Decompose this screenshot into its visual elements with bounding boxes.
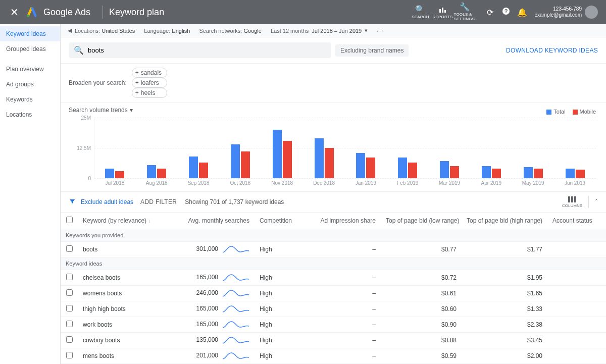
date-range-picker[interactable]: Last 12 months Jul 2018 – Jun 2019 ▾ ‹ › [271, 27, 384, 34]
sidebar-item-keyword-ideas[interactable]: Keyword ideas [0, 26, 60, 41]
cell-bid-high: $3.45 [462, 333, 547, 348]
keyword-search-input[interactable] [88, 46, 326, 54]
account-switcher[interactable]: 123-456-789 example@gmail.com [534, 6, 598, 19]
exclusion-chip[interactable]: Excluding brand names [335, 44, 409, 57]
language-filter[interactable]: Language: English [144, 28, 190, 34]
table-row[interactable]: womens boots246,000High–$0.61$1.65 [61, 286, 606, 301]
header-tool-search[interactable]: 🔍 SEARCH [409, 6, 431, 19]
col-ad-impression-share[interactable]: Ad impression share [310, 213, 381, 229]
download-keyword-ideas-button[interactable]: DOWNLOAD KEYWORD IDEAS [506, 47, 598, 54]
cell-avg-searches: 246,000 [174, 286, 255, 301]
chart-month[interactable]: Feb 2019 [387, 118, 429, 178]
plus-icon: + [135, 69, 139, 76]
broaden-pill-loafers[interactable]: +loafers [132, 78, 167, 88]
networks-filter[interactable]: Search networks: Google [199, 28, 262, 34]
header-divider [103, 6, 103, 19]
chart-month[interactable]: Jul 2018 [94, 118, 136, 178]
cell-ad-share: – [310, 270, 381, 286]
cell-bid-low: $0.90 [381, 317, 462, 333]
header-tool-settings[interactable]: 🔧 TOOLS & SETTINGS [453, 3, 476, 21]
bar-mobile [157, 169, 166, 178]
table-row[interactable]: work boots165,000High–$0.90$2.38 [61, 317, 606, 333]
col-competition[interactable]: Competition [255, 213, 310, 229]
chevron-down-icon: ▾ [130, 107, 133, 114]
row-checkbox[interactable] [66, 321, 73, 327]
locations-filter[interactable]: Locations: United States [75, 28, 135, 34]
bar-total [482, 166, 491, 178]
notifications-button[interactable]: 🔔 [514, 8, 530, 17]
bar-total [273, 130, 282, 178]
close-icon[interactable]: ✕ [8, 6, 20, 18]
header-tool-reports[interactable]: REPORTS [431, 6, 453, 19]
row-checkbox[interactable] [66, 274, 73, 280]
cell-keyword: mens boots [78, 348, 174, 364]
chart-month[interactable]: Apr 2019 [470, 118, 512, 178]
col-bid-low[interactable]: Top of page bid (low range) [381, 213, 462, 229]
legend-mobile[interactable]: Mobile [573, 109, 596, 115]
avatar[interactable] [585, 6, 598, 19]
table-row[interactable]: chelsea boots165,000High–$0.72$1.95 [61, 270, 606, 286]
svg-rect-1 [439, 9, 441, 13]
row-checkbox[interactable] [66, 305, 73, 311]
col-account-status[interactable]: Account status [547, 213, 606, 229]
sidebar-item-grouped-ideas[interactable]: Grouped ideas [0, 41, 60, 57]
chart-month[interactable]: Nov 2018 [261, 118, 303, 178]
bar-mobile [115, 171, 124, 178]
row-checkbox[interactable] [66, 336, 73, 343]
chart-month[interactable]: Jan 2019 [345, 118, 387, 178]
broaden-pill-sandals[interactable]: +sandals [132, 68, 167, 78]
row-checkbox[interactable] [66, 352, 73, 358]
sidebar-item-ad-groups[interactable]: Ad groups [0, 77, 60, 92]
cell-ad-share: – [310, 286, 381, 301]
row-checkbox[interactable] [66, 289, 73, 296]
chart-month[interactable]: Sep 2018 [178, 118, 220, 178]
col-avg-searches[interactable]: Avg. monthly searches [174, 213, 255, 229]
collapse-chart-button[interactable]: ˄ [595, 198, 598, 205]
sort-down-icon: ↓ [148, 218, 150, 224]
y-tick-label: 25M [81, 115, 91, 121]
columns-button[interactable]: COLUMNS [562, 196, 582, 208]
help-button[interactable]: ? [498, 7, 514, 17]
select-all-checkbox[interactable] [66, 217, 73, 223]
date-next-icon[interactable]: › [382, 28, 384, 34]
sparkline-icon [222, 273, 249, 282]
refresh-button[interactable]: ⟳ [482, 8, 498, 17]
cell-account-status [547, 270, 606, 286]
keyword-search-box[interactable]: 🔍 [69, 42, 331, 58]
table-row[interactable]: boots301,000High–$0.77$1.77 [61, 242, 606, 257]
date-prev-icon[interactable]: ‹ [377, 28, 379, 34]
cell-account-status [547, 301, 606, 317]
col-bid-high[interactable]: Top of page bid (high range) [462, 213, 547, 229]
table-row[interactable]: cowboy boots135,000High–$0.88$3.45 [61, 333, 606, 348]
chart-month[interactable]: Aug 2018 [136, 118, 178, 178]
table-row[interactable]: mens boots201,000High–$0.59$2.00 [61, 348, 606, 364]
row-checkbox[interactable] [66, 245, 73, 252]
chart-title-dropdown[interactable]: Search volume trends ▾ [69, 107, 598, 114]
col-keyword[interactable]: Keyword (by relevance) ↓ [78, 213, 174, 229]
chart-month[interactable]: May 2019 [512, 118, 554, 178]
add-filter-button[interactable]: ADD FILTER [140, 198, 177, 205]
cell-avg-searches: 165,000 [174, 270, 255, 286]
collapse-sidebar-icon[interactable]: ◀ [65, 27, 75, 34]
account-email: example@gmail.com [534, 12, 582, 18]
cell-ad-share: – [310, 242, 381, 257]
sidebar-item-keywords[interactable]: Keywords [0, 92, 60, 107]
exclude-adult-ideas-link[interactable]: Exclude adult ideas [81, 198, 133, 205]
broaden-pill-heels[interactable]: +heels [132, 88, 167, 98]
plus-icon: + [135, 89, 139, 96]
sidebar-item-plan-overview[interactable]: Plan overview [0, 62, 60, 77]
table-row[interactable]: thigh high boots165,000High–$0.60$1.33 [61, 301, 606, 317]
chart-month[interactable]: Mar 2019 [429, 118, 471, 178]
cell-ad-share: – [310, 348, 381, 364]
filter-icon[interactable] [69, 198, 76, 206]
legend-total[interactable]: Total [546, 109, 565, 115]
cell-keyword: cowboy boots [78, 333, 174, 348]
chart-month[interactable]: Dec 2018 [303, 118, 345, 178]
chart-month[interactable]: Oct 2018 [219, 118, 261, 178]
svg-rect-6 [568, 196, 570, 202]
y-tick-label: 0 [88, 176, 91, 181]
sidebar-item-locations[interactable]: Locations [0, 107, 60, 122]
bar-mobile [241, 151, 250, 178]
cell-keyword: boots [78, 242, 174, 257]
chart-month[interactable]: Jun 2019 [554, 118, 596, 178]
